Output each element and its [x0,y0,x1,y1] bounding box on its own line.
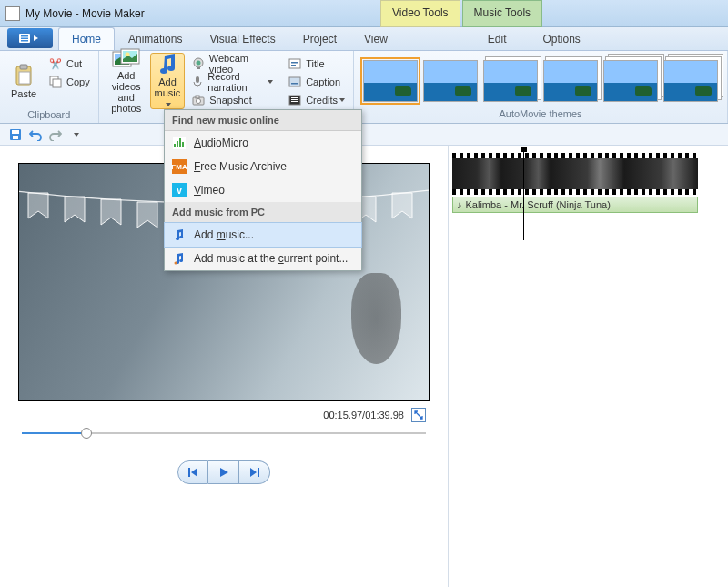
tab-project[interactable]: Project [289,27,350,50]
svg-rect-8 [53,79,61,87]
record-narration-button[interactable]: Record narration [187,73,278,91]
next-frame-button[interactable] [239,460,270,484]
music-note-icon [153,53,182,76]
svg-rect-3 [21,40,28,42]
svg-point-39 [175,262,177,265]
seek-slider[interactable] [22,426,426,440]
svg-rect-37 [179,138,181,147]
copy-button[interactable]: Copy [44,73,95,91]
add-music-dropdown: Find new music online AudioMicro FMA Fre… [164,109,362,271]
svg-rect-36 [177,141,178,147]
svg-rect-30 [291,101,298,102]
title-label: Title [306,58,324,69]
caption-icon [288,75,302,89]
play-button[interactable] [208,460,239,484]
dropdown-header-pc: Add music from PC [165,202,361,223]
tab-visual-effects[interactable]: Visual Effects [196,27,288,50]
tab-music-tools[interactable]: Music Tools [462,0,542,27]
cut-button[interactable]: ✂️ Cut [44,55,95,73]
prev-frame-button[interactable] [177,460,208,484]
add-videos-l2: and photos [104,92,149,114]
svg-rect-16 [197,67,200,69]
add-videos-photos-button[interactable]: Add videos and photos [103,53,150,109]
playhead[interactable] [523,149,524,240]
contextual-tabs: Video Tools Music Tools [380,0,542,27]
clipboard-icon [9,63,38,88]
fma-icon: FMA [172,159,187,174]
tab-animations[interactable]: Animations [115,27,196,50]
add-videos-l1: Add videos [104,70,149,92]
svg-point-15 [197,61,201,66]
svg-rect-1 [21,35,28,37]
music-note-tiny-icon: ♪ [457,199,462,210]
add-music-label: Add music... [194,228,254,241]
photos-icon [112,48,141,70]
add-music-point-label: Add music at the current point... [194,252,348,265]
audiomicro-icon [172,136,187,150]
menu-item-add-music-current-point[interactable]: Add music at the current point... [165,247,361,270]
add-music-button[interactable]: Add music [150,53,186,109]
snapshot-button[interactable]: Snapshot [187,91,278,109]
tab-home[interactable]: Home [58,27,115,50]
video-clip[interactable] [452,153,698,195]
save-button[interactable] [7,127,24,143]
audiomicro-label: AudioMicro [194,137,248,149]
theme-thumb-3[interactable] [483,60,538,102]
menu-item-add-music[interactable]: Add music... [165,223,361,247]
menu-item-vimeo[interactable]: v Vimeo [165,178,361,202]
credits-button[interactable]: Credits [283,91,349,109]
menu-item-audiomicro[interactable]: AudioMicro [165,131,361,155]
tab-video-tools[interactable]: Video Tools [380,0,460,27]
transport-controls [13,460,435,484]
vimeo-label: Vimeo [194,184,225,197]
theme-thumb-2[interactable] [423,60,478,102]
group-automovie-themes: AutoMovie themes [354,51,728,123]
paste-label: Paste [11,88,36,99]
microphone-icon [191,75,204,89]
ribbon: Paste ✂️ Cut Copy Clipboard [0,51,728,124]
timeline-pane: ♪ Kalimba - Mr. Scruff (Ninja Tuna) [448,146,728,587]
paste-button[interactable]: Paste [4,53,44,109]
credits-icon [288,93,302,107]
group-themes-label: AutoMovie themes [358,108,723,121]
redo-button[interactable] [47,127,64,143]
fullscreen-button[interactable] [411,408,426,422]
svg-rect-38 [182,142,184,147]
svg-rect-29 [291,99,298,100]
undo-button[interactable] [27,127,44,143]
menu-item-free-music-archive[interactable]: FMA Free Music Archive [165,155,361,178]
dropdown-header-online: Find new music online [165,110,361,131]
svg-rect-5 [20,65,27,69]
theme-thumb-6[interactable] [663,60,718,102]
snapshot-label: Snapshot [209,95,251,106]
webcam-video-button[interactable]: Webcam video [187,55,278,73]
qat-customize[interactable] [67,127,84,143]
webcam-icon [191,56,206,71]
caption-label: Caption [306,76,340,87]
svg-rect-6 [19,72,30,84]
title-button[interactable]: Title [283,55,349,73]
svg-rect-41 [258,468,259,477]
tab-options[interactable]: Options [530,27,594,50]
theme-thumb-1[interactable] [363,60,418,102]
copy-label: Copy [66,76,90,87]
file-menu-button[interactable] [7,28,53,48]
cut-label: Cut [66,58,82,69]
vimeo-icon: v [172,183,187,197]
theme-thumb-4[interactable] [543,60,598,102]
ribbon-tab-row: Home Animations Visual Effects Project V… [0,27,728,51]
music-clip[interactable]: ♪ Kalimba - Mr. Scruff (Ninja Tuna) [452,197,698,213]
svg-rect-22 [289,59,300,68]
theme-thumb-5[interactable] [603,60,658,102]
svg-rect-26 [291,83,298,85]
title-icon [288,56,302,71]
tab-edit[interactable]: Edit [474,27,521,50]
workspace: 00:15.97/01:39.98 ♪ Kalimba - Mr. Scruff… [0,146,728,587]
tab-view[interactable]: View [350,27,401,50]
svg-rect-2 [21,38,28,40]
svg-rect-40 [188,468,190,477]
credits-label: Credits [306,95,338,106]
svg-rect-23 [291,62,298,64]
caption-button[interactable]: Caption [283,73,349,91]
add-music-l2: music [151,87,185,109]
